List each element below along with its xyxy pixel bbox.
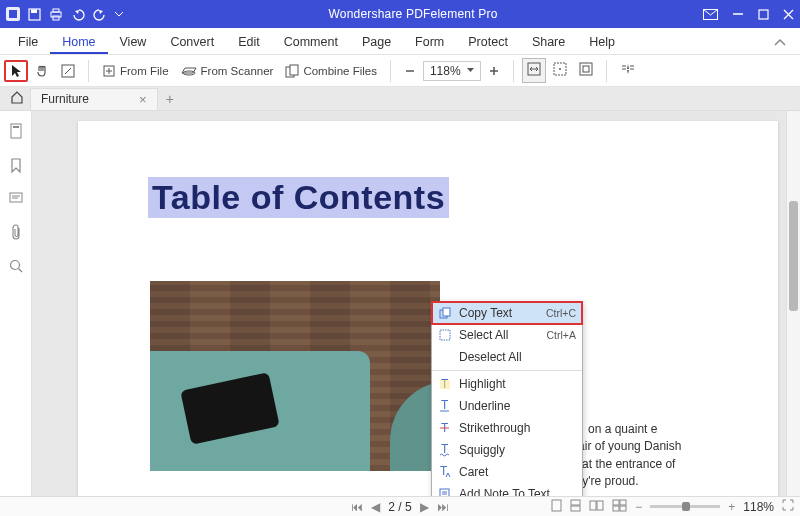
svg-rect-30 [440, 380, 450, 389]
new-tab-button[interactable]: + [158, 88, 182, 110]
scrollbar-thumb[interactable] [789, 201, 798, 311]
page-indicator[interactable]: 2 / 5 [388, 500, 411, 514]
window-title: Wondershare PDFelement Pro [123, 7, 703, 21]
qat-dropdown-icon[interactable] [115, 10, 123, 18]
quick-access-toolbar [6, 7, 123, 21]
ribbon: From File From Scanner Combine Files 118… [0, 55, 800, 87]
status-zoom-value[interactable]: 118% [743, 500, 774, 514]
save-icon[interactable] [28, 8, 41, 21]
view-continuous-icon[interactable] [570, 499, 581, 515]
svg-rect-3 [31, 9, 37, 13]
menu-edit[interactable]: Edit [226, 30, 272, 54]
menu-file[interactable]: File [6, 30, 50, 54]
caret-icon: T [438, 466, 452, 478]
select-tool-button[interactable] [4, 60, 28, 82]
status-zoom-out[interactable]: − [635, 500, 642, 514]
menu-share[interactable]: Share [520, 30, 577, 54]
document-tab[interactable]: Furniture× [30, 88, 158, 110]
ctx-caret[interactable]: TCaret [432, 461, 582, 483]
ctx-copy-text[interactable]: Copy TextCtrl+C [432, 302, 582, 324]
menu-home[interactable]: Home [50, 30, 107, 54]
status-zoom-in[interactable]: + [728, 500, 735, 514]
next-page-button[interactable]: ▶ [420, 500, 429, 514]
canvas[interactable]: Table of Contents on a quaint e summer o… [32, 111, 786, 496]
svg-rect-27 [443, 308, 450, 316]
titlebar: Wondershare PDFelement Pro [0, 0, 800, 28]
zoom-value[interactable]: 118% [423, 61, 481, 81]
ctx-highlight[interactable]: THighlight [432, 373, 582, 395]
close-button[interactable] [783, 9, 794, 20]
minimize-button[interactable] [732, 8, 744, 20]
svg-rect-5 [53, 9, 59, 12]
search-panel-icon[interactable] [7, 257, 25, 278]
undo-icon[interactable] [71, 8, 85, 20]
bookmark-icon[interactable] [8, 156, 24, 178]
svg-point-18 [559, 68, 561, 70]
svg-rect-46 [613, 500, 619, 505]
page-navigator: ⏮ ◀ 2 / 5 ▶ ⏭ [351, 500, 448, 514]
menu-form[interactable]: Form [403, 30, 456, 54]
svg-rect-9 [759, 10, 768, 19]
ctx-select-all[interactable]: Select AllCtrl+A [432, 324, 582, 346]
svg-rect-1 [9, 10, 17, 18]
collapse-ribbon-icon[interactable] [766, 32, 794, 54]
zoom-in-button[interactable] [483, 62, 505, 80]
svg-line-25 [18, 269, 22, 273]
view-facing-continuous-icon[interactable] [612, 499, 627, 515]
menu-convert[interactable]: Convert [158, 30, 226, 54]
svg-rect-20 [583, 66, 589, 72]
highlight-icon: T [438, 378, 452, 390]
hand-tool-button[interactable] [30, 61, 54, 81]
close-tab-icon[interactable]: × [139, 92, 147, 107]
menu-protect[interactable]: Protect [456, 30, 520, 54]
print-icon[interactable] [49, 8, 63, 21]
menu-comment[interactable]: Comment [272, 30, 350, 54]
selected-heading[interactable]: Table of Contents [148, 177, 449, 218]
menu-view[interactable]: View [108, 30, 159, 54]
svg-rect-45 [597, 501, 603, 510]
read-mode-button[interactable] [615, 59, 641, 82]
ctx-squiggly[interactable]: TSquiggly [432, 439, 582, 461]
view-single-icon[interactable] [551, 499, 562, 515]
fullscreen-icon[interactable] [782, 499, 794, 514]
maximize-button[interactable] [758, 9, 769, 20]
zoom-out-button[interactable] [399, 62, 421, 80]
prev-page-button[interactable]: ◀ [371, 500, 380, 514]
svg-point-24 [10, 261, 19, 270]
menu-page[interactable]: Page [350, 30, 403, 54]
svg-rect-44 [590, 501, 596, 510]
view-facing-icon[interactable] [589, 500, 604, 514]
mail-icon[interactable] [703, 9, 718, 20]
menubar: File Home View Convert Edit Comment Page… [0, 28, 800, 55]
svg-rect-43 [571, 506, 580, 511]
fit-width-button[interactable] [522, 58, 546, 83]
fit-page-button[interactable] [548, 58, 572, 83]
note-icon [438, 488, 452, 496]
ctx-underline[interactable]: TUnderline [432, 395, 582, 417]
thumbnails-icon[interactable] [7, 121, 25, 144]
ctx-add-note[interactable]: Add Note To Text [432, 483, 582, 496]
edit-tool-button[interactable] [56, 61, 80, 81]
zoom-slider[interactable] [650, 505, 720, 508]
from-file-button[interactable]: From File [97, 61, 174, 81]
svg-rect-47 [620, 500, 626, 505]
strikethrough-icon: T [438, 422, 452, 434]
svg-rect-19 [580, 63, 592, 75]
tabbar: Furniture× + [0, 87, 800, 111]
combine-files-button[interactable]: Combine Files [280, 61, 382, 81]
home-tab-button[interactable] [4, 88, 30, 110]
attachment-icon[interactable] [8, 222, 24, 245]
ctx-deselect-all[interactable]: Deselect All [432, 346, 582, 368]
context-menu: Copy TextCtrl+C Select AllCtrl+A Deselec… [431, 301, 583, 496]
ctx-strikethrough[interactable]: TStrikethrough [432, 417, 582, 439]
redo-icon[interactable] [93, 8, 107, 20]
from-scanner-button[interactable]: From Scanner [176, 62, 279, 80]
first-page-button[interactable]: ⏮ [351, 500, 363, 514]
comments-icon[interactable] [7, 190, 25, 210]
tab-title: Furniture [41, 92, 89, 106]
last-page-button[interactable]: ⏭ [437, 500, 449, 514]
actual-size-button[interactable] [574, 58, 598, 83]
svg-rect-28 [440, 330, 450, 340]
menu-help[interactable]: Help [577, 30, 627, 54]
vertical-scrollbar[interactable] [786, 111, 800, 496]
